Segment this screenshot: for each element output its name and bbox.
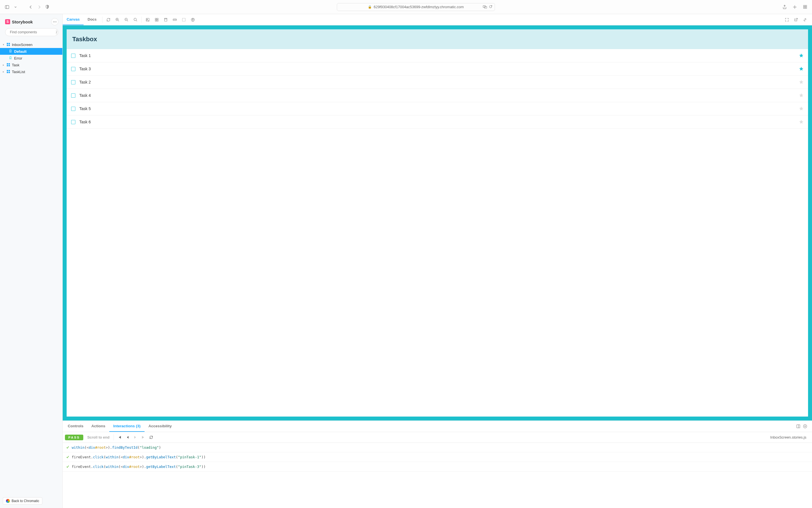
task-checkbox[interactable] [71,67,75,71]
measure-icon[interactable] [170,15,179,24]
step-forward-icon[interactable] [133,435,137,439]
task-checkbox[interactable] [71,54,75,58]
tree-story-error[interactable]: Error [0,55,63,61]
zoom-out-icon[interactable] [122,15,131,24]
tree-label: Default [14,49,27,54]
svg-rect-21 [8,70,10,72]
a11y-icon[interactable] [189,15,197,24]
addon-tab-actions[interactable]: Actions [87,421,110,432]
task-pin-star[interactable] [799,107,804,111]
go-to-end-icon[interactable] [141,435,146,439]
tabs-grid-icon[interactable] [802,4,808,10]
task-checkbox[interactable] [71,120,75,124]
taskbox-header: Taskbox [67,29,808,49]
reload-icon[interactable] [489,5,492,9]
translate-icon[interactable] [483,5,487,9]
svg-rect-13 [8,43,10,44]
grid-icon[interactable] [153,15,161,24]
task-pin-star[interactable] [799,120,804,124]
task-checkbox[interactable] [71,80,75,84]
sidebar-toggle-icon[interactable] [4,4,10,10]
rerun-icon[interactable] [149,435,153,439]
task-pin-star[interactable] [799,67,804,71]
tree-label: Task [12,63,19,67]
search-input[interactable] [10,30,54,34]
task-title[interactable]: Task 2 [79,80,795,84]
fullscreen-icon[interactable] [783,15,791,24]
addons-orientation-icon[interactable] [796,424,801,429]
svg-rect-0 [5,5,9,8]
task-title[interactable]: Task 3 [79,67,795,71]
addon-tab-interactions[interactable]: Interactions (3) [109,421,145,432]
interaction-row[interactable]: within(<div#root>).findByTestId("loading… [63,443,812,453]
taskbox-title: Taskbox [72,36,802,43]
component-icon [7,43,10,46]
viewport-icon[interactable] [162,15,170,24]
tab-canvas[interactable]: Canvas [63,14,84,25]
task-title[interactable]: Task 1 [79,53,795,58]
outline-icon[interactable] [179,15,188,24]
nav-forward-icon[interactable] [37,4,42,10]
shield-icon[interactable] [45,4,50,10]
tree-component-tasklist[interactable]: ▸TaskList [0,68,63,75]
sidebar: S Storybook / ▾InboxScreenDefaultError▸T… [0,14,63,508]
interaction-row[interactable]: fireEvent.click(within(<div#root>).getBy… [63,453,812,462]
svg-rect-39 [797,424,800,428]
background-icon[interactable] [144,15,152,24]
interaction-code: within(<div#root>).findByTestId("loading… [72,446,161,450]
tree-component-inboxscreen[interactable]: ▾InboxScreen [0,41,63,48]
go-to-start-icon[interactable] [118,435,122,439]
open-new-tab-icon[interactable] [792,15,800,24]
share-icon[interactable] [782,4,787,10]
step-back-icon[interactable] [126,435,130,439]
svg-point-8 [53,22,54,22]
storybook-logo[interactable]: S Storybook [5,19,33,24]
interaction-row[interactable]: fireEvent.click(within(<div#root>).getBy… [63,462,812,472]
storybook-brand-text: Storybook [12,19,33,24]
task-pin-star[interactable] [799,93,804,98]
addon-tab-a11y[interactable]: Accessibility [145,421,176,432]
svg-rect-19 [8,65,10,66]
task-checkbox[interactable] [71,107,75,111]
addon-tab-controls[interactable]: Controls [64,421,87,432]
storybook-logo-mark: S [5,19,10,24]
check-icon [66,456,70,459]
task-row: Task 6 [67,116,808,129]
task-title[interactable]: Task 6 [79,120,795,124]
new-tab-icon[interactable] [792,4,797,10]
tree-component-task[interactable]: ▸Task [0,61,63,68]
svg-rect-23 [8,72,10,73]
back-to-chromatic-button[interactable]: Back to Chromatic [3,497,42,505]
sidebar-menu-button[interactable] [51,18,58,26]
tab-docs[interactable]: Docs [84,14,100,25]
zoom-reset-icon[interactable] [131,15,140,24]
scroll-to-end-button[interactable]: Scroll to end [87,435,110,439]
task-row: Task 2 [67,76,808,89]
svg-rect-7 [805,7,807,8]
svg-point-9 [54,22,55,22]
svg-rect-31 [155,20,156,21]
task-title[interactable]: Task 4 [79,93,795,98]
toolbar: Canvas Docs [63,14,812,26]
remount-icon[interactable] [104,15,113,24]
svg-rect-16 [7,63,8,65]
search-shortcut: / [56,30,57,35]
url-bar[interactable]: 🔒 629f930408cf17004ac53699-zwfdlmzlyy.ch… [337,3,495,11]
interaction-code: fireEvent.click(within(<div#root>).getBy… [72,465,206,469]
addons-close-icon[interactable] [803,424,808,429]
svg-rect-36 [182,18,186,21]
chevron-down-icon[interactable] [13,4,18,10]
copy-link-icon[interactable] [801,15,809,24]
task-title[interactable]: Task 5 [79,107,795,111]
tree-label: TaskList [12,70,25,74]
sidebar-search[interactable]: / [5,28,58,36]
svg-rect-30 [157,18,158,19]
task-pin-star[interactable] [799,80,804,84]
task-checkbox[interactable] [71,93,75,98]
svg-rect-17 [8,63,10,65]
task-pin-star[interactable] [799,53,804,58]
tree-story-default[interactable]: Default [0,48,63,55]
chromatic-label: Back to Chromatic [11,499,39,503]
zoom-in-icon[interactable] [113,15,122,24]
nav-back-icon[interactable] [28,4,33,10]
